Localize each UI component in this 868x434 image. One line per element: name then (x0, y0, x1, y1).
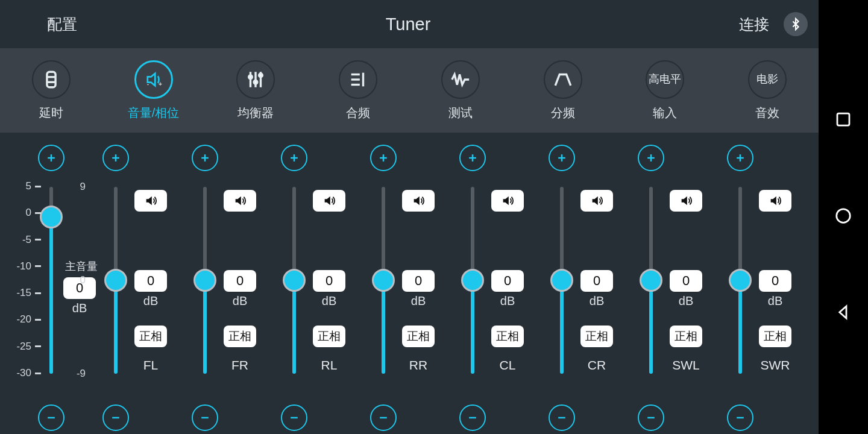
svg-text:+: + (159, 81, 162, 87)
ch-SWR-plus-button[interactable] (727, 145, 753, 171)
ch-CR-plus-button[interactable] (549, 145, 575, 171)
ch-RL-minus-button[interactable] (281, 404, 307, 431)
ch-CL-unit: dB (491, 294, 524, 308)
ch-SWL-slider-thumb[interactable] (640, 269, 662, 292)
ch-SWR-value[interactable]: 0 (759, 270, 791, 292)
ch-CR-slider-thumb[interactable] (550, 269, 573, 292)
ch-CL-mute-button[interactable] (491, 190, 524, 212)
ch-SWL-minus-button[interactable] (638, 404, 664, 431)
tab-label: 音效 (755, 105, 779, 121)
config-button[interactable]: 配置 (11, 14, 77, 34)
ch-RL-slider[interactable] (292, 187, 296, 374)
ch-FR-value[interactable]: 0 (224, 270, 256, 292)
ch-CL-slider[interactable] (471, 187, 474, 374)
ch-SWL-slider[interactable] (649, 187, 653, 374)
ch-FL-slider-thumb[interactable] (104, 269, 127, 292)
ch-CL-value[interactable]: 0 (491, 270, 524, 292)
tab-merge[interactable]: 合频 (307, 60, 409, 121)
ch-RL-phase-button[interactable]: 正相 (313, 326, 345, 347)
ch-SWL-phase-button[interactable]: 正相 (670, 326, 702, 347)
ch-FL-value[interactable]: 0 (134, 270, 167, 292)
tab-volume[interactable]: -+音量/相位 (102, 60, 205, 121)
ch-SWR-phase-button[interactable]: 正相 (759, 326, 791, 347)
tab-fx[interactable]: 电影音效 (716, 60, 819, 121)
ch-RR-mute-button[interactable] (402, 190, 435, 212)
ch-SWL-plus-button[interactable] (638, 145, 664, 171)
ch-RR-minus-button[interactable] (370, 404, 397, 431)
ch-FL-minus-button[interactable] (102, 404, 129, 431)
trap-icon (544, 60, 582, 99)
master-plus-button[interactable] (38, 145, 64, 171)
ch-RR-slider-thumb[interactable] (372, 269, 395, 292)
ch-FL-unit: dB (134, 294, 167, 308)
bluetooth-icon[interactable] (784, 12, 808, 36)
nav-back-icon[interactable] (834, 303, 852, 324)
ch-CR-phase-button[interactable]: 正相 (580, 326, 613, 347)
ch-SWR-slider[interactable] (738, 187, 742, 374)
master-scale-tick: -15 (7, 287, 43, 299)
ch-RR-slider[interactable] (382, 187, 385, 374)
tab-delay[interactable]: 延时 (0, 60, 102, 121)
ch-RL-unit: dB (313, 294, 345, 308)
ch-FR-slider-thumb[interactable] (193, 269, 216, 292)
sliders-icon (236, 60, 275, 99)
nav-recent-icon[interactable] (834, 110, 852, 131)
ch-SWL-value[interactable]: 0 (670, 270, 702, 292)
ch-FL-plus-button[interactable] (102, 145, 129, 171)
connect-button[interactable]: 连接 (739, 14, 769, 34)
ch-RR-value[interactable]: 0 (402, 270, 435, 292)
ch-RL-value[interactable]: 0 (313, 270, 345, 292)
ch-CL-minus-button[interactable] (459, 404, 486, 431)
ch-FL-mute-button[interactable] (134, 190, 167, 212)
ch-CR-slider[interactable] (560, 187, 564, 374)
ch-CL-slider-thumb[interactable] (461, 269, 484, 292)
tab-eq[interactable]: 均衡器 (205, 60, 307, 121)
merge-icon (339, 60, 377, 99)
tab-label: 合频 (346, 105, 370, 121)
ch-SWL-mute-button[interactable] (670, 190, 702, 212)
mode-input-icon: 高电平 (646, 60, 684, 99)
ch-RL-plus-button[interactable] (281, 145, 307, 171)
ch-FL-slider[interactable] (114, 187, 118, 374)
ch-RR-plus-button[interactable] (370, 145, 397, 171)
master-scale-tick: -5 (7, 234, 43, 246)
tab-label: 均衡器 (237, 105, 274, 121)
ch-SWR-mute-button[interactable] (759, 190, 791, 212)
ch-SWR-unit: dB (759, 294, 791, 308)
ch-FR-mute-button[interactable] (224, 190, 256, 212)
ch-FR-minus-button[interactable] (192, 404, 218, 431)
ch-CR-value[interactable]: 0 (580, 270, 613, 292)
master-scale-tick: -25 (7, 341, 43, 353)
ch-RL-slider-thumb[interactable] (283, 269, 306, 292)
ch-FL-phase-button[interactable]: 正相 (134, 326, 167, 347)
wave-icon (441, 60, 480, 99)
master-minus-button[interactable] (38, 404, 64, 431)
ch-RL-mute-button[interactable] (313, 190, 345, 212)
ch-SWR-slider-thumb[interactable] (729, 269, 752, 292)
ch-CL-phase-button[interactable]: 正相 (491, 326, 524, 347)
tab-label: 分频 (551, 105, 575, 121)
tab-label: 测试 (448, 105, 473, 121)
master-slider[interactable] (49, 187, 53, 374)
ch-CL-plus-button[interactable] (459, 145, 486, 171)
ch-FR-phase-button[interactable]: 正相 (224, 326, 256, 347)
page-title: Tuner (386, 14, 431, 34)
nav-home-icon[interactable] (834, 207, 852, 227)
master-unit: dB (63, 301, 96, 315)
ch-RR-phase-button[interactable]: 正相 (402, 326, 435, 347)
ch-RR-unit: dB (402, 294, 435, 308)
ch-SWR-minus-button[interactable] (727, 404, 753, 431)
ch-CR-minus-button[interactable] (549, 404, 575, 431)
ch-CR-mute-button[interactable] (580, 190, 613, 212)
master-scale-tick: -20 (7, 313, 43, 326)
tab-test[interactable]: 测试 (409, 60, 512, 121)
ch-RL-label: RL (304, 358, 354, 373)
ch-FR-plus-button[interactable] (192, 145, 218, 171)
car-icon (32, 60, 71, 99)
svg-rect-0 (47, 72, 55, 87)
ch-FR-slider[interactable] (203, 187, 207, 374)
tab-input[interactable]: 高电平输入 (614, 60, 717, 121)
master-label: 主音量 (60, 259, 102, 274)
tab-xover[interactable]: 分频 (512, 60, 614, 121)
ch-RR-label: RR (394, 358, 443, 373)
